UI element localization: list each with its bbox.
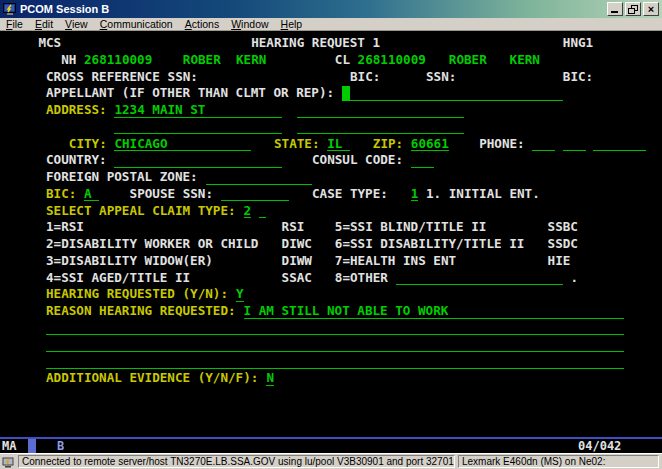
restore-button[interactable] (625, 2, 641, 16)
screen-code: HNG1 (563, 36, 593, 51)
menu-item-help[interactable]: Help (275, 18, 309, 30)
menu-item-actions[interactable]: Actions (179, 18, 225, 30)
phone-exchange-field[interactable] (563, 137, 586, 152)
minimize-icon (611, 11, 618, 13)
claim-type-select-field-2[interactable] (259, 204, 267, 219)
claim-code-rsi: RSI (282, 220, 305, 235)
menu-item-edit[interactable]: Edit (29, 18, 59, 30)
terminal-row-7: COUNTRY:CONSUL CODE: (0, 152, 662, 169)
app-icon (3, 2, 17, 16)
terminal-row-8: FOREIGN POSTAL ZONE: (0, 169, 662, 186)
claim-option-2: 2=DISABILITY WORKER OR CHILD (46, 237, 258, 252)
claim-code-diww: DIWW (282, 254, 312, 269)
nh-last-name: KERN (236, 53, 266, 68)
claim-code-diwc: DIWC (282, 237, 312, 252)
claim-type-select-field-1[interactable]: 2 (244, 204, 252, 219)
screen-title: HEARING REQUEST 1 (251, 36, 380, 51)
additional-evidence-field[interactable]: N (266, 371, 274, 386)
terminal-row-17 (0, 320, 662, 337)
terminal-row-15: HEARING REQUESTED (Y/N):Y (0, 286, 662, 303)
terminal-row-1: NH268110009ROBERKERNCL268110009ROBERKERN (0, 52, 662, 69)
terminal-row-19 (0, 353, 662, 370)
cl-ssn: 268110009 (358, 53, 426, 68)
nh-first-name: ROBER (183, 53, 221, 68)
minimize-button[interactable] (607, 2, 623, 16)
menu-bar: FileEditViewCommunicationActionsWindowHe… (0, 18, 662, 31)
appellant-label: APPELLANT (IF OTHER THAN CLMT OR REP): (46, 86, 334, 101)
terminal-row-6: CITY:CHICAGOSTATE:ILZIP:60661PHONE: (0, 136, 662, 153)
xref-ssn-1-label: SSN: (168, 70, 198, 85)
terminal-row-3: APPELLANT (IF OTHER THAN CLMT OR REP): (0, 85, 662, 102)
consul-code-label: CONSUL CODE: (312, 153, 403, 168)
phone-area-field[interactable] (532, 137, 555, 152)
consul-code-field[interactable] (411, 153, 434, 168)
reason-field-line3[interactable] (46, 338, 624, 353)
hearing-requested-field[interactable]: Y (236, 287, 244, 302)
terminal-screen[interactable]: MCSHEARING REQUEST 1HNG1NH268110009ROBER… (0, 31, 662, 437)
other-period: . (570, 271, 578, 286)
spouse-ssn-field[interactable] (221, 187, 289, 202)
text-cursor[interactable] (342, 86, 350, 101)
appellant-field[interactable] (350, 86, 563, 101)
terminal-row-20: ADDITIONAL EVIDENCE (Y/N/F):N (0, 370, 662, 387)
additional-evidence-label: ADDITIONAL EVIDENCE (Y/N/F): (46, 371, 258, 386)
cl-first-name: ROBER (449, 53, 487, 68)
address-line3-field[interactable] (114, 120, 281, 135)
phone-label: PHONE: (479, 137, 525, 152)
terminal-row-12: 2=DISABILITY WORKER OR CHILDDIWC6=SSI DI… (0, 236, 662, 253)
foreign-postal-zone-label: FOREIGN POSTAL ZONE: (46, 170, 198, 185)
reason-field-line2[interactable] (46, 321, 624, 336)
zip-label: ZIP: (373, 137, 403, 152)
title-bar[interactable]: PCOM Session B × (0, 0, 662, 18)
claim-option-3: 3=DISABILITY WIDOW(ER) (46, 254, 213, 269)
menu-item-window[interactable]: Window (225, 18, 274, 30)
terminal-row-10: SELECT APPEAL CLAIM TYPE:2 (0, 203, 662, 220)
terminal-row-0: MCSHEARING REQUEST 1HNG1 (0, 35, 662, 52)
other-claim-field[interactable] (396, 271, 563, 286)
close-button[interactable]: × (643, 2, 659, 16)
state-field[interactable]: IL (327, 137, 350, 152)
cl-last-name: KERN (510, 53, 540, 68)
menu-item-file[interactable]: File (0, 18, 29, 30)
claim-option-1: 1=RSI (46, 220, 84, 235)
oia-session-name: B (57, 439, 64, 453)
case-type-field[interactable]: 1 (411, 187, 419, 202)
oia-connection-block-icon (28, 439, 36, 453)
claim-code-ssac: SSAC (282, 271, 312, 286)
xref-ssn-2-label: SSN: (426, 70, 456, 85)
reason-hearing-requested-label: REASON HEARING REQUESTED: (46, 304, 236, 319)
terminal-row-11: 1=RSIRSI5=SSI BLIND/TITLE IISSBC (0, 219, 662, 236)
window-title: PCOM Session B (20, 3, 109, 15)
xref-bic-1-label: BIC: (350, 70, 380, 85)
oia-system-indicator: MA (2, 439, 16, 453)
terminal-row-14: 4=SSI AGED/TITLE IISSAC8=OTHER. (0, 270, 662, 287)
bic-field[interactable]: A (84, 187, 99, 202)
menu-item-view[interactable]: View (59, 18, 94, 30)
state-label: STATE: (274, 137, 320, 152)
address-line4-field[interactable] (297, 120, 464, 135)
zip-field[interactable]: 60661 (411, 137, 449, 152)
claim-option-5: 5=SSI BLIND/TITLE II (335, 220, 487, 235)
window-controls: × (607, 2, 659, 16)
address-line1-field[interactable]: 1234 MAIN ST (114, 103, 281, 118)
case-type-label: CASE TYPE: (312, 187, 388, 202)
pcomm-window: PCOM Session B × FileEditViewCommunicati… (0, 0, 662, 469)
hearing-requested-label: HEARING REQUESTED (Y/N): (46, 287, 228, 302)
city-field[interactable]: CHICAGO (114, 137, 251, 152)
menu-item-communication[interactable]: Communication (94, 18, 179, 30)
status-bar: Connected to remote server/host TN3270E.… (0, 453, 662, 469)
reason-field-line4[interactable] (46, 354, 624, 369)
claim-code-hie: HIE (548, 254, 571, 269)
country-label: COUNTRY: (46, 153, 107, 168)
nh-label: NH (61, 53, 76, 68)
select-appeal-claim-type-label: SELECT APPEAL CLAIM TYPE: (46, 204, 236, 219)
foreign-postal-zone-field[interactable] (206, 170, 312, 185)
restore-icon (628, 5, 638, 14)
connection-status-text: Connected to remote server/host TN3270E.… (18, 455, 455, 468)
address-line2-field[interactable] (297, 103, 464, 118)
claim-option-4: 4=SSI AGED/TITLE II (46, 271, 190, 286)
phone-number-field[interactable] (593, 137, 646, 152)
country-field[interactable] (114, 153, 281, 168)
bic-label: BIC: (46, 187, 76, 202)
reason-field-line1[interactable]: I AM STILL NOT ABLE TO WORK (244, 304, 624, 319)
